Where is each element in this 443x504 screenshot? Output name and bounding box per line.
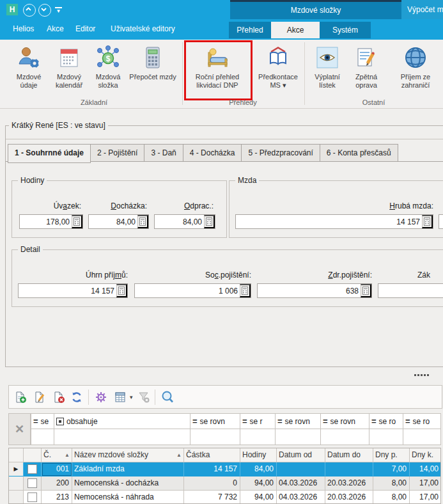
helios-payroll-window: H ▼ Mzdové složky Výpočet mzdy - b Helio…	[0, 0, 443, 504]
row-checkbox-cell[interactable]	[24, 462, 42, 476]
input-hruba-mzda[interactable]: 14 157	[235, 214, 433, 229]
filter-input-datum-do[interactable]	[320, 429, 369, 445]
ribbon-tab-prehled[interactable]: Přehled	[229, 22, 271, 38]
filter-disabled-button[interactable]	[136, 390, 152, 405]
grid-view-button[interactable]	[113, 390, 128, 405]
header-datum-od[interactable]: Datum od	[277, 448, 325, 462]
tab-predzpracovani[interactable]: 5 - Předzpracování	[242, 144, 320, 162]
secondary-window-title[interactable]: Výpočet mzdy - b	[401, 0, 443, 19]
tab-pojisteni[interactable]: 2 - Pojištění	[91, 144, 144, 162]
input-zdr-pojisteni[interactable]: 638	[257, 283, 372, 298]
filter-input-dny-k[interactable]	[403, 429, 441, 445]
search-button[interactable]	[160, 390, 175, 405]
edit-record-button[interactable]	[32, 390, 47, 405]
calculator-button[interactable]	[361, 284, 371, 297]
quick-access-menu-button[interactable]: ▼	[55, 7, 62, 14]
header-castka[interactable]: Částka	[184, 448, 240, 462]
tab-dan[interactable]: 3 - Daň	[144, 144, 183, 162]
filter-op-cislo[interactable]: =se	[31, 413, 54, 429]
checkbox[interactable]	[27, 492, 37, 502]
collapse-up-button[interactable]	[23, 4, 36, 17]
menu-uzivatelske-editory[interactable]: Uživatelské editory	[111, 19, 175, 38]
sickbed-icon	[204, 45, 231, 70]
label-uhrn-prijmu: Úhrn příjmů:	[18, 271, 128, 280]
ribbon-button-prepocet-mzdy[interactable]: Přepočet mzdy	[128, 43, 178, 81]
filter-op-datum-od[interactable]: =se rovn	[275, 413, 321, 429]
tab-konta-prescasu[interactable]: 6 - Konta přesčasů	[320, 144, 398, 162]
ribbon-tab-akce[interactable]: Akce	[271, 22, 320, 38]
label-soc-pojisteni: Soc.pojištění:	[134, 271, 251, 280]
filter-input-datum-od[interactable]	[275, 429, 321, 445]
row-checkbox-cell[interactable]	[24, 491, 42, 504]
calculator-button[interactable]	[72, 215, 82, 228]
menu-akce[interactable]: Akce	[47, 19, 64, 38]
header-nazev[interactable]: Název mzdové složky▲	[72, 448, 184, 462]
filter-input-castka[interactable]	[190, 429, 240, 445]
context-tab-group[interactable]: Mzdové složky	[230, 0, 401, 19]
splitter-grip[interactable]	[414, 374, 429, 376]
input-uvazek[interactable]: 178,00	[19, 214, 83, 229]
delete-record-button[interactable]	[51, 390, 66, 405]
ribbon-button-predkontace-ms[interactable]: Předkontace MS ▾	[254, 43, 302, 90]
equals-op-icon: =	[33, 416, 38, 426]
splitter-dot	[421, 374, 423, 376]
input-soc-pojisteni[interactable]: 1 006	[134, 283, 251, 298]
input-uhrn-prijmu[interactable]: 14 157	[18, 283, 128, 298]
header-datum-do[interactable]: Datum do	[325, 448, 373, 462]
ribbon-button-mzdovy-kalendar[interactable]: Mzdový kalendář	[50, 43, 88, 90]
filter-input-nazev[interactable]	[54, 429, 190, 445]
calculator-button[interactable]	[240, 284, 251, 297]
filter-input-hodiny[interactable]	[240, 429, 276, 445]
contains-op-icon	[56, 418, 64, 425]
filter-input-dny-p[interactable]	[369, 429, 403, 445]
new-record-button[interactable]	[13, 390, 28, 405]
filter-input-cislo[interactable]	[31, 429, 54, 445]
ribbon-button-mzdove-udaje[interactable]: Mzdové údaje	[9, 43, 49, 90]
equals-op-icon: =	[405, 416, 410, 426]
table-row[interactable]: 213 Nemocenská - náhrada 7 732 94,00 04.…	[9, 491, 440, 504]
ribbon-button-prijem-ze-zahranici[interactable]: Příjem ze zahraničí	[386, 43, 443, 90]
sort-asc-icon: ▲	[65, 448, 70, 462]
settings-button[interactable]	[93, 390, 109, 405]
filter-op-castka[interactable]: =se rovn	[190, 413, 240, 429]
header-dny-p[interactable]: Dny p.	[373, 448, 410, 462]
ribbon-button-zpetna-oprava[interactable]: Zpětná oprava	[348, 43, 385, 90]
expand-down-button[interactable]	[38, 4, 51, 17]
input-clipped[interactable]	[439, 214, 443, 229]
input-dochazka[interactable]: 84,00	[88, 214, 149, 229]
header-hodiny[interactable]: Hodiny	[240, 448, 277, 462]
app-logo[interactable]: H	[6, 4, 18, 15]
filter-op-hodiny[interactable]: =se r	[240, 413, 276, 429]
ribbon-button-vyplatni-listek[interactable]: Výplatní lístek	[308, 43, 346, 90]
filter-op-nazev[interactable]: obsahuje	[54, 413, 190, 429]
checkbox[interactable]	[27, 478, 37, 488]
filter-op-dny-p[interactable]: =se ro	[369, 413, 403, 429]
row-checkbox-cell[interactable]	[24, 476, 42, 491]
calculator-button[interactable]	[137, 215, 148, 228]
menu-helios[interactable]: Helios	[13, 19, 34, 38]
filter-op-datum-do[interactable]: =se rovn	[320, 413, 369, 429]
ribbon-button-mzdova-slozka[interactable]: $ Mzdová složka	[89, 43, 127, 90]
cell-hodiny: 94,00	[240, 491, 277, 504]
calculator-button[interactable]	[422, 215, 433, 228]
header-dny-k[interactable]: Dny k.	[410, 448, 441, 462]
header-cislo[interactable]: Č.▲	[42, 448, 72, 462]
clear-filter-button[interactable]: ✕	[8, 413, 31, 445]
svg-text:$: $	[106, 54, 111, 63]
filter-op-dny-k[interactable]: =se ro	[403, 413, 441, 429]
calculator-button[interactable]	[116, 284, 127, 297]
calculator-button[interactable]	[204, 215, 215, 228]
tab-dochazka[interactable]: 4 - Docházka	[183, 144, 242, 162]
calculator-icon	[242, 287, 248, 295]
table-row[interactable]: ▶ 001 Základní mzda 14 157 84,00 7,00 14…	[9, 462, 440, 476]
menu-editor[interactable]: Editor	[75, 19, 95, 38]
grid-view-dropdown-caret[interactable]: ▾	[130, 394, 133, 400]
checkbox[interactable]	[27, 464, 37, 474]
ribbon-tab-system[interactable]: Systém	[320, 22, 371, 38]
table-row[interactable]: 200 Nemocenská - docházka 0 94,00 04.03.…	[9, 476, 440, 491]
refresh-button[interactable]	[69, 390, 84, 405]
input-zaklad-clipped[interactable]	[378, 283, 443, 298]
input-odprac[interactable]: 84,00	[154, 214, 215, 229]
tab-souhrnne-udaje[interactable]: 1 - Souhrnné údaje	[8, 144, 91, 163]
ribbon-button-rocni-prehled-likvidaci-dnp[interactable]: Roční přehled likvidací DNP	[187, 43, 248, 90]
